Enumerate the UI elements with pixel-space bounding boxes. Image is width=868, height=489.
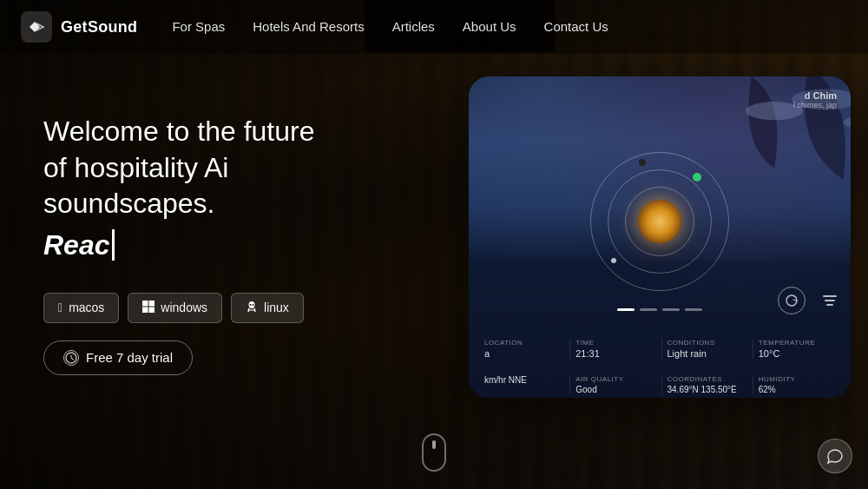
wind-value: km/hr NNE <box>484 375 561 385</box>
coords-value: 34.69°N 135.50°E <box>667 385 744 394</box>
layers-icon[interactable] <box>823 295 837 306</box>
coords-label: COORDINATES <box>667 375 744 383</box>
conditions-value: Light rain <box>667 348 744 359</box>
conditions-label: CONDITIONS <box>667 339 744 347</box>
hero-typing: Reac <box>43 229 356 261</box>
temp-value: 10°C <box>759 348 835 359</box>
refresh-icon[interactable] <box>778 287 806 314</box>
mockup-background: LOCATION a TIME 21:31 CONDITIONS Light r… <box>469 76 851 398</box>
layer-line-1 <box>823 295 837 297</box>
scroll-dot <box>432 440 436 449</box>
apple-icon:  <box>58 301 62 314</box>
windows-button[interactable]: windows <box>128 293 222 323</box>
info-location: LOCATION a <box>479 339 566 359</box>
air-value: Good <box>575 385 652 394</box>
chat-bubble[interactable] <box>818 439 852 473</box>
progress-dot-1 <box>617 308 635 311</box>
progress-dots <box>617 308 702 311</box>
nav-item-about[interactable]: About Us <box>463 19 516 35</box>
chat-icon <box>826 447 844 465</box>
trial-button[interactable]: Free 7 day trial <box>43 340 193 375</box>
progress-dot-2 <box>640 308 657 311</box>
info-time: TIME 21:31 <box>569 339 657 359</box>
location-label: LOCATION <box>484 339 561 347</box>
clock-icon <box>63 350 79 366</box>
svg-rect-2 <box>149 301 155 307</box>
info-air: AIR QUALITY Good <box>569 375 657 394</box>
linux-button[interactable]: linux <box>231 293 304 323</box>
info-wind: km/hr NNE <box>479 375 566 394</box>
orbit-center-planet <box>638 200 681 243</box>
svg-rect-1 <box>142 301 148 307</box>
svg-rect-4 <box>149 307 155 313</box>
orbit-container <box>590 152 729 291</box>
cursor <box>112 229 115 261</box>
temp-label: TEMPERATURE <box>759 339 835 347</box>
scene-name-sub: l chimes, jap <box>793 101 837 109</box>
info-bar-row2: km/hr NNE AIR QUALITY Good COORDINATES 3… <box>469 375 851 394</box>
progress-dot-4 <box>685 308 702 311</box>
location-value: a <box>484 348 561 359</box>
macos-button[interactable]:  macos <box>43 293 119 323</box>
bottom-controls <box>778 287 837 314</box>
humidity-label: HUMIDITY <box>759 375 835 383</box>
humidity-value: 62% <box>759 385 835 394</box>
linux-icon <box>246 301 258 315</box>
scroll-indicator <box>422 433 446 472</box>
orbit-dot-white <box>611 258 616 263</box>
platform-buttons:  macos windows <box>43 293 356 323</box>
info-humidity: HUMIDITY 62% <box>753 375 840 394</box>
app-mockup: LOCATION a TIME 21:31 CONDITIONS Light r… <box>469 76 851 398</box>
layer-line-3 <box>826 304 833 306</box>
air-label: AIR QUALITY <box>575 375 652 383</box>
info-conditions: CONDITIONS Light rain <box>661 339 749 359</box>
hero-section: Welcome to the future of hospitality Ai … <box>0 0 399 489</box>
orbit-dot-dark <box>639 159 646 166</box>
time-value: 21:31 <box>575 348 652 359</box>
svg-point-12 <box>843 116 851 129</box>
scene-name-bold: d Chim <box>793 90 837 101</box>
svg-point-6 <box>250 304 252 306</box>
info-temperature: TEMPERATURE 10°C <box>753 339 840 359</box>
hero-title: Welcome to the future of hospitality Ai … <box>43 114 356 222</box>
svg-point-7 <box>253 304 254 306</box>
progress-dot-3 <box>662 308 680 311</box>
orbit-dot-green <box>693 173 701 182</box>
svg-rect-3 <box>142 307 148 313</box>
info-coords: COORDINATES 34.69°N 135.50°E <box>661 375 749 394</box>
scroll-pill <box>422 433 446 472</box>
scene-name: d Chim l chimes, jap <box>793 90 837 109</box>
info-bar-row1: LOCATION a TIME 21:31 CONDITIONS Light r… <box>469 339 851 359</box>
nav-item-contact[interactable]: Contact Us <box>544 19 608 35</box>
layer-line-2 <box>825 300 835 301</box>
time-label: TIME <box>575 339 652 347</box>
windows-icon <box>142 301 155 315</box>
